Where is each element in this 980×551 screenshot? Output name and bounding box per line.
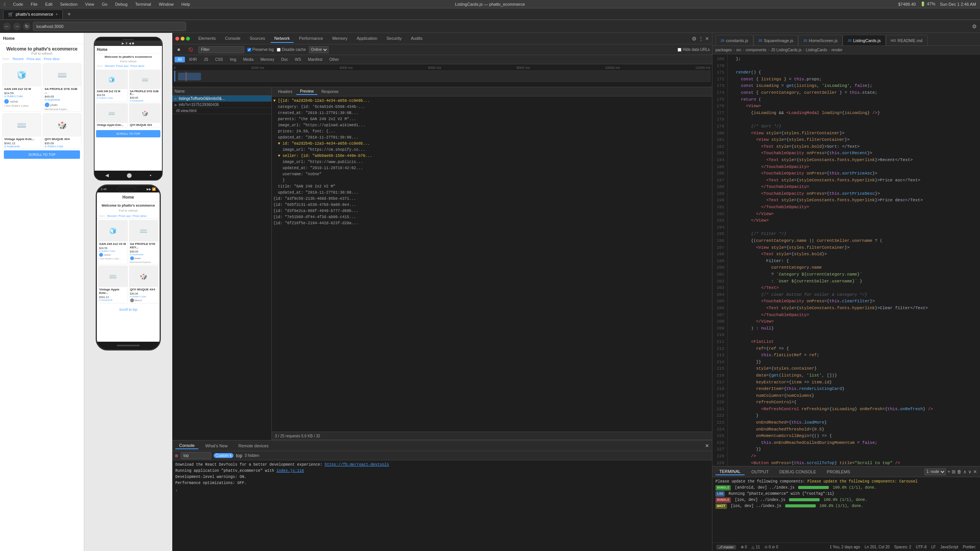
network-filter-css[interactable]: CSS: [212, 57, 226, 62]
git-branch[interactable]: ⎇ master: [716, 545, 736, 549]
language-mode[interactable]: JavaScript: [940, 545, 958, 549]
phone-product-card[interactable]: ⌨️ SA PROFILE DYE SUB K... $49.05 in Key…: [129, 70, 161, 102]
phone-home-btn[interactable]: ⬤: [127, 173, 132, 178]
clear-button[interactable]: 🚫: [186, 47, 195, 52]
browser-tab-active[interactable]: 🛒 phattv's ecommerce ×: [3, 10, 63, 19]
devtools-settings-icon[interactable]: ⚙: [692, 36, 697, 42]
terminal-add-icon[interactable]: +: [947, 469, 950, 474]
menu-file[interactable]: File: [31, 2, 38, 7]
debug-console-tab[interactable]: DEBUG CONSOLE: [776, 469, 820, 475]
sort-price-asc-btn[interactable]: Price asc: [27, 57, 41, 61]
network-filter-input[interactable]: [198, 46, 244, 53]
whats-new-tab[interactable]: What's New: [201, 443, 231, 449]
menu-go[interactable]: Go: [102, 2, 108, 7]
product-card[interactable]: 🧊 GAN 249 2x2 V2 M $24.59 in Rubik's Cub…: [2, 63, 41, 112]
small-phone-price-asc[interactable]: Price asc: [118, 214, 131, 218]
devtools-tab-sources[interactable]: Sources: [246, 34, 269, 43]
phone-product-card[interactable]: 🎲 QIYI WUQUE 4X4: [129, 103, 161, 127]
menu-debug[interactable]: Debug: [115, 2, 127, 7]
phone-sort-price-asc[interactable]: Price asc: [116, 64, 129, 68]
preview-tab[interactable]: Preview: [296, 88, 318, 95]
react-devtools-link[interactable]: https://fb.me/react-devtools: [325, 463, 389, 467]
console-tab[interactable]: Console: [175, 442, 198, 449]
network-row[interactable]: rtf-view.html: [172, 108, 271, 114]
filter-badge[interactable]: Custom k: [214, 453, 234, 458]
product-card[interactable]: ⌨️ SA PROFILE DYE SUB ... $49.05 in Keyb…: [43, 63, 82, 112]
network-filter-xhr[interactable]: XHR: [186, 57, 200, 62]
product-card[interactable]: 🎲 QIYI WUQUE 4X4 $30.06 in Rubik's Cube: [43, 113, 82, 149]
menu-terminal[interactable]: Terminal: [135, 2, 151, 7]
editor-tab-homescreen[interactable]: JS HomeScreen.js: [798, 35, 843, 46]
window-minimize-btn[interactable]: [181, 37, 185, 41]
breadcrumb-components[interactable]: components: [746, 48, 766, 52]
index-js-link[interactable]: index.js:116: [276, 469, 304, 473]
phone-back-btn[interactable]: ◀: [105, 173, 109, 178]
editor-tab-constants[interactable]: JS constants.js: [715, 35, 753, 46]
small-phone-product[interactable]: ⌨️ SA PROFILE DYE KEY... $49.05 in Keybo…: [129, 220, 159, 264]
window-maximize-btn[interactable]: [186, 37, 190, 41]
network-filter-media[interactable]: Media: [240, 57, 256, 62]
breadcrumb-class[interactable]: ListingCards: [806, 48, 827, 52]
sort-recent-btn[interactable]: Recent: [13, 57, 24, 61]
preserve-log-checkbox[interactable]: Preserve log: [247, 47, 274, 52]
terminal-split-icon[interactable]: ⊞: [952, 469, 956, 474]
small-phone-price-desc[interactable]: Price desc: [132, 214, 147, 218]
devtools-tab-performance[interactable]: Performance: [295, 34, 327, 43]
menu-help[interactable]: Help: [181, 2, 190, 7]
phone-sort-recent[interactable]: Recent: [105, 64, 114, 68]
breadcrumb-method[interactable]: render: [831, 48, 843, 52]
terminal-tab[interactable]: TERMINAL: [715, 468, 745, 475]
devtools-tab-network[interactable]: Network: [271, 34, 294, 43]
editor-tab-readme[interactable]: MD README.md: [886, 35, 928, 46]
back-button[interactable]: ←: [3, 23, 11, 30]
devtools-tab-security[interactable]: Security: [382, 34, 405, 43]
remote-devices-tab[interactable]: Remote devices: [235, 443, 273, 449]
network-filter-manifest[interactable]: Manifest: [305, 57, 325, 62]
problems-tab[interactable]: PROBLEMS: [823, 469, 854, 475]
editor-tab-squareimage[interactable]: JS SquareImage.js: [753, 35, 799, 46]
output-tab[interactable]: OUTPUT: [748, 469, 773, 475]
headers-tab[interactable]: Headers: [274, 89, 296, 95]
phone-recents-btn[interactable]: ▪: [150, 173, 151, 178]
small-phone-product[interactable]: 🎲 QIYI WUQUE 4X4 $30.06 in Rubik's Cube …: [129, 266, 159, 303]
editor-tab-listingcards[interactable]: JS ListingCards.js: [843, 35, 886, 46]
refresh-button[interactable]: ↻: [23, 23, 31, 30]
network-row[interactable]: ▶ info?v=1575139360436: [172, 102, 271, 108]
console-close-btn[interactable]: ✕: [705, 443, 709, 448]
small-phone-sort-recent[interactable]: Recent: [107, 214, 117, 218]
console-repl-input[interactable]: [179, 489, 709, 493]
throttle-select[interactable]: Online: [309, 46, 328, 53]
menu-window[interactable]: Window: [159, 2, 174, 7]
menu-view[interactable]: View: [85, 2, 94, 7]
network-filter-ws[interactable]: WS: [292, 57, 304, 62]
breadcrumb-packages[interactable]: packages: [715, 48, 732, 52]
terminal-trash-icon[interactable]: 🗑: [957, 469, 962, 474]
small-phone-scroll-btn[interactable]: Scroll to top: [97, 305, 160, 314]
window-close-btn[interactable]: [175, 37, 179, 41]
devtools-tab-application[interactable]: Application: [353, 34, 381, 43]
breadcrumb-file[interactable]: JS ListingCards.js: [771, 48, 802, 52]
breadcrumb-src[interactable]: src: [736, 48, 741, 52]
record-button[interactable]: ⏺: [175, 47, 183, 52]
devtools-tab-audits[interactable]: Audits: [407, 34, 426, 43]
network-filter-font[interactable]: Memory: [257, 57, 277, 62]
console-filter-input[interactable]: [181, 452, 211, 459]
menu-selection[interactable]: Selection: [60, 2, 77, 7]
terminal-chevron-up-icon[interactable]: ∧: [963, 469, 967, 474]
terminal-select[interactable]: 1: node: [924, 468, 946, 475]
url-input[interactable]: [33, 22, 186, 31]
devtools-tab-memory[interactable]: Memory: [328, 34, 351, 43]
small-phone-product[interactable]: ⌨️ Vintage Apple Exte... $341.12 in Keyb…: [98, 266, 128, 303]
devtools-tab-elements[interactable]: Elements: [194, 34, 220, 43]
network-filter-other[interactable]: Other: [326, 57, 342, 62]
apple-menu[interactable]: : [4, 2, 5, 7]
network-filter-all[interactable]: All: [175, 57, 185, 62]
tab-close-button[interactable]: ×: [56, 12, 58, 16]
product-card[interactable]: ⌨️ Vintage Apple Exte... $341.12 in Keyb…: [2, 113, 41, 149]
network-row[interactable]: ▶ listingsToffsetx0&limitx0&...: [172, 96, 271, 102]
phone-sort-price-desc[interactable]: Price desc: [130, 64, 144, 68]
terminal-close-icon[interactable]: ✕: [973, 469, 977, 474]
network-filter-js[interactable]: JS: [201, 57, 211, 62]
phone-scroll-btn[interactable]: SCROLL TO TOP: [96, 130, 160, 137]
forward-button[interactable]: →: [13, 23, 21, 30]
